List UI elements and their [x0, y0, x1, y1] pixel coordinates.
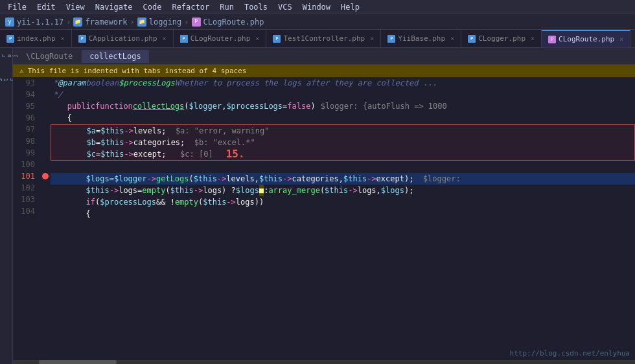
breadcrumb-sep-2: ›: [130, 17, 135, 27]
tab-icon-1: P: [6, 35, 14, 43]
code-line-97: $a = $this -> levels; $a: "error, warnin…: [51, 125, 634, 137]
tab-close-1[interactable]: ×: [61, 35, 65, 42]
menu-code[interactable]: Code: [138, 1, 167, 13]
left-sidebar: Proj Str: [0, 48, 13, 364]
menu-bar: File Edit View Navigate Code Refactor Ru…: [0, 0, 635, 14]
method-tabs: \CLogRoute collectLogs: [13, 48, 635, 65]
menu-file[interactable]: File: [3, 1, 32, 13]
tab-close-5[interactable]: ×: [450, 35, 454, 42]
folder-icon-1: 📁: [73, 17, 82, 27]
breadcrumb-sep-1: ›: [66, 17, 71, 27]
method-tab-collectLogs[interactable]: collectLogs: [82, 50, 148, 63]
menu-edit[interactable]: Edit: [32, 1, 61, 13]
tab-icon-4: P: [273, 35, 281, 43]
code-line-99: $c = $this -> except; $c: [0] 15.: [51, 148, 634, 160]
sidebar-project-icon[interactable]: Proj: [0, 52, 19, 60]
tab-clogRoute[interactable]: P CLogRoute.php ×: [542, 30, 630, 47]
code-line-98: $b = $this -> categories; $b: "excel.*": [51, 137, 634, 148]
gutter: [40, 77, 51, 360]
tab-icon-6: P: [468, 35, 476, 43]
tab-icon-3: P: [180, 35, 188, 43]
code-line-103: if ( $processLogs && ! empty ( $this -> …: [51, 196, 635, 208]
breadcrumb-sep-3: ›: [184, 17, 189, 27]
menu-view[interactable]: View: [61, 1, 90, 13]
folder-icon-2: 📁: [137, 17, 146, 27]
selection-box: $a = $this -> levels; $a: "error, warnin…: [51, 124, 635, 161]
line-numbers: 93 94 95 96 97 98 99 100 101 102 103 104: [13, 77, 40, 360]
tab-icon-2: P: [78, 35, 86, 43]
breadcrumb-logging[interactable]: logging: [149, 17, 182, 27]
menu-refactor[interactable]: Refactor: [167, 1, 214, 13]
tab-close-6[interactable]: ×: [531, 35, 535, 42]
breadcrumb-framework[interactable]: framework: [85, 17, 127, 27]
tab-test1controller[interactable]: P Test1Controller.php ×: [266, 30, 381, 47]
tab-clogrouter[interactable]: P CLogRouter.php ×: [174, 30, 267, 47]
tabs-bar: P index.php × P CApplication.php × P CLo…: [0, 30, 635, 48]
tab-yiibase[interactable]: P YiiBase.php ×: [381, 30, 461, 47]
warning-icon: ⚠: [19, 67, 24, 75]
breadcrumb-file[interactable]: CLogRoute.php: [203, 17, 264, 27]
tab-icon-7: P: [548, 36, 556, 43]
code-line-102: $this -> logs= empty ( $this -> logs) ? …: [51, 185, 635, 196]
annotation-15: 15.: [226, 148, 245, 160]
code-editor[interactable]: 93 94 95 96 97 98 99 100 101 102 103 104: [13, 77, 635, 360]
tab-clogger[interactable]: P CLogger.php ×: [461, 30, 542, 47]
menu-run[interactable]: Run: [214, 1, 239, 13]
code-line-101: $logs = $logger -> getLogs ( $this -> le…: [51, 173, 635, 185]
breadcrumb-bar: y yii-1.1.17 › 📁 framework › 📁 logging ›…: [0, 14, 635, 30]
tab-close-3[interactable]: ×: [255, 35, 259, 42]
main-layout: Proj Str \CLogRoute collectLogs ⚠ This f…: [0, 48, 635, 364]
menu-help[interactable]: Help: [336, 1, 365, 13]
tab-close-2[interactable]: ×: [163, 35, 167, 42]
warning-bar: ⚠ This file is indented with tabs instea…: [13, 65, 635, 77]
tab-close-4[interactable]: ×: [370, 35, 374, 42]
warning-text: This file is indented with tabs instead …: [28, 67, 247, 75]
tab-icon-5: P: [387, 35, 395, 43]
php-icon: P: [192, 17, 201, 27]
code-line-104: {: [51, 208, 635, 220]
menu-navigate[interactable]: Navigate: [90, 1, 138, 13]
breadcrumb-yii[interactable]: yii-1.1.17: [17, 17, 64, 27]
code-line-94: */: [51, 89, 635, 100]
code-line-100: [51, 161, 635, 173]
yii-icon: y: [5, 17, 14, 27]
tab-index-php[interactable]: P index.php ×: [0, 30, 72, 47]
code-line-95: public function collectLogs ( $logger , …: [51, 100, 635, 112]
menu-vcs[interactable]: VCS: [273, 1, 297, 13]
watermark: http://blog.csdn.net/enlyhua: [510, 349, 630, 358]
tab-capplication[interactable]: P CApplication.php ×: [72, 30, 174, 47]
method-tab-clogRoute[interactable]: \CLogRoute: [18, 50, 80, 63]
horizontal-scrollbar[interactable]: [13, 360, 635, 364]
tab-close-7[interactable]: ×: [619, 36, 623, 43]
code-content: * @param boolean $processLogs Whether to…: [51, 77, 635, 360]
code-line-96: {: [51, 112, 635, 124]
code-line-93: * @param boolean $processLogs Whether to…: [51, 77, 635, 89]
menu-window[interactable]: Window: [297, 1, 336, 13]
menu-tools[interactable]: Tools: [239, 1, 273, 13]
editor-area: \CLogRoute collectLogs ⚠ This file is in…: [13, 48, 635, 364]
breakpoint-indicator: [42, 173, 49, 179]
